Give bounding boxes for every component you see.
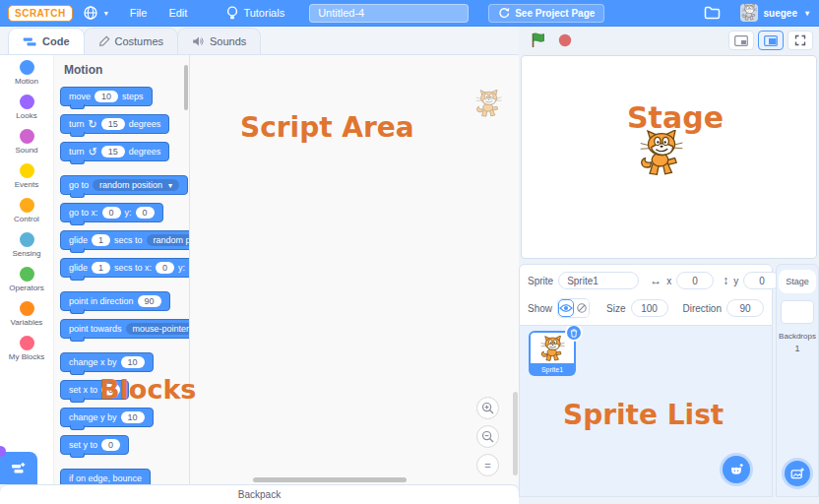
palette-block[interactable]: change y by10 [60, 408, 154, 427]
block-input-oval[interactable]: 0 [101, 384, 120, 396]
block-input-oval[interactable]: 15 [101, 118, 125, 130]
category-sensing[interactable]: Sensing [0, 227, 53, 262]
palette-block[interactable]: turn↺15degrees [60, 142, 169, 161]
backpack-bar[interactable]: Backpack [0, 484, 519, 504]
menu-edit[interactable]: Edit [158, 0, 198, 27]
category-variables[interactable]: Variables [0, 296, 53, 331]
account-menu[interactable]: suegee ▾ [730, 4, 819, 22]
block-text: set x to [69, 385, 97, 395]
block-input-oval[interactable]: 90 [138, 295, 161, 307]
block-input-oval[interactable]: 0 [102, 207, 121, 219]
stage-controls [519, 27, 819, 54]
category-label: Operators [9, 284, 44, 292]
trash-icon [570, 329, 578, 338]
small-stage-button[interactable] [728, 31, 754, 50]
block-text: degrees [129, 147, 161, 157]
zoom-out-button[interactable] [476, 425, 499, 448]
block-input-oval[interactable]: 15 [101, 146, 125, 158]
category-sound[interactable]: Sound [0, 124, 53, 158]
large-stage-button[interactable] [758, 31, 784, 50]
green-flag-icon[interactable] [525, 30, 552, 51]
sprite-name-input[interactable] [558, 272, 639, 289]
project-name-input[interactable] [309, 4, 469, 23]
palette-block[interactable]: go torandom position▾ [60, 175, 188, 195]
block-text: turn [69, 147, 85, 157]
tab-label: Costumes [115, 35, 164, 47]
category-operators[interactable]: Operators [0, 262, 53, 296]
palette-block[interactable]: change x by10 [60, 352, 154, 372]
add-extension-button[interactable] [0, 452, 37, 484]
tab-sounds[interactable]: Sounds [177, 28, 261, 54]
block-input-oval[interactable]: 0 [136, 207, 155, 219]
direction-input[interactable] [726, 299, 764, 317]
palette-block[interactable]: turn↻15degrees [60, 114, 169, 134]
stage-size-buttons [728, 31, 813, 50]
category-looks[interactable]: Looks [0, 90, 53, 124]
dropdown-value: random position [99, 180, 162, 190]
palette-block[interactable]: point towardsmouse-pointer▾ [60, 319, 190, 339]
tab-label: Code [42, 35, 70, 47]
block-input-oval[interactable]: 0 [101, 439, 120, 451]
add-sprite-button[interactable] [723, 456, 750, 483]
my-stuff-folder-icon[interactable] [694, 6, 730, 20]
block-input-oval[interactable]: 1 [92, 262, 110, 274]
fullscreen-button[interactable] [788, 31, 813, 50]
block-input-oval[interactable]: 0 [156, 262, 174, 274]
backdrop-thumbnail[interactable] [781, 300, 814, 324]
sprite-on-stage[interactable] [636, 127, 685, 182]
scratch-logo[interactable]: SCRATCH [8, 5, 73, 22]
block-dropdown[interactable]: mouse-pointer▾ [126, 323, 190, 335]
block-input-oval[interactable]: 10 [94, 91, 118, 102]
horizontal-scrollbar[interactable] [253, 477, 407, 482]
hide-sprite-button[interactable] [574, 299, 589, 317]
block-input-oval[interactable]: 10 [121, 411, 145, 423]
block-dropdown[interactable]: random position▾ [93, 179, 179, 191]
palette-block[interactable]: point in direction90 [60, 291, 170, 311]
cat-watermark-icon [473, 88, 503, 121]
category-label: Control [14, 215, 39, 223]
block-dropdown[interactable]: random position▾ [147, 234, 190, 246]
delete-sprite-button[interactable] [565, 326, 583, 342]
rotate-counterclockwise-icon: ↺ [89, 148, 97, 157]
show-sprite-button[interactable] [558, 299, 574, 317]
language-selector[interactable]: ▾ [73, 0, 119, 27]
x-position-input[interactable] [676, 272, 714, 289]
stop-icon[interactable] [552, 31, 578, 50]
zoom-in-button[interactable] [476, 397, 499, 419]
stage[interactable] [521, 55, 817, 259]
category-events[interactable]: Events [0, 158, 53, 193]
palette-block[interactable]: set y to0 [60, 435, 129, 455]
menu-tutorials[interactable]: Tutorials [216, 0, 295, 27]
palette-block[interactable]: glide1secs torandom position▾ [60, 230, 190, 250]
sprite-list[interactable]: Sprite1 [519, 326, 773, 497]
palette-block[interactable]: go to x:0y:0 [60, 203, 163, 222]
palette-scrollbar[interactable] [184, 65, 188, 110]
block-text: move [69, 92, 91, 101]
stage-selector-title[interactable]: Stage [779, 270, 816, 293]
menu-file[interactable]: File [119, 0, 158, 27]
tab-costumes[interactable]: Costumes [84, 28, 179, 54]
block-input-oval[interactable]: 10 [121, 356, 145, 368]
y-label: y [733, 276, 738, 286]
palette-block[interactable]: set x to0 [60, 380, 129, 400]
stage-selector-panel[interactable]: Stage Backdrops 1 [776, 264, 819, 497]
block-text: change y by [69, 412, 117, 422]
vertical-scrollbar[interactable] [513, 392, 518, 475]
tab-code[interactable]: Code [8, 28, 85, 54]
sprite-thumbnail[interactable]: Sprite1 [529, 331, 576, 376]
category-control[interactable]: Control [0, 193, 53, 227]
x-label: x [666, 276, 671, 286]
add-backdrop-button[interactable] [785, 461, 810, 486]
rotate-clockwise-icon: ↻ [89, 120, 97, 129]
block-text: glide [69, 263, 88, 273]
script-area[interactable]: = [190, 55, 519, 484]
zoom-reset-button[interactable]: = [476, 454, 499, 476]
category-motion[interactable]: Motion [0, 55, 53, 90]
palette-block[interactable]: if on edge, bounce [60, 469, 151, 484]
palette-block[interactable]: glide1secs to x:0y:0 [60, 258, 190, 278]
palette-block[interactable]: move10steps [60, 87, 153, 106]
category-my-blocks[interactable]: My Blocks [0, 331, 53, 365]
see-project-page-button[interactable]: See Project Page [488, 4, 604, 23]
size-input[interactable] [631, 299, 668, 317]
block-input-oval[interactable]: 1 [92, 234, 110, 246]
